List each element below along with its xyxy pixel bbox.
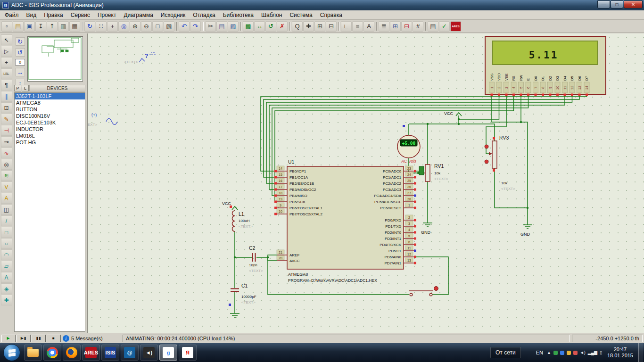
potentiometer-rv3[interactable]: RV3 10k <TEXT> [485, 135, 515, 191]
menu-item-Справка[interactable]: Справка [316, 11, 346, 19]
volume-tray-icon[interactable]: ◄) [580, 350, 586, 355]
packaging-tool-icon[interactable]: ⊞ [314, 21, 325, 32]
tape-recorder-mode-icon[interactable]: ◎ [1, 159, 12, 170]
pause-button[interactable]: ▮▮ [32, 335, 46, 342]
virtual-instruments-mode-icon[interactable]: ◫ [1, 204, 12, 215]
open-design-icon[interactable]: ▤ [13, 21, 24, 32]
firefox-icon[interactable] [63, 345, 81, 361]
remove-sheet-icon[interactable]: ⊟ [401, 21, 412, 32]
step-button[interactable]: ▶▮ [17, 335, 31, 342]
print-icon[interactable]: ▥ [58, 21, 69, 32]
device-item[interactable]: INDUCTOR [15, 126, 85, 132]
menu-item-Исходник[interactable]: Исходник [157, 11, 189, 19]
rotate-clockwise-button[interactable]: ↻ [16, 37, 25, 46]
rotation-angle-input[interactable]: 0 [15, 59, 25, 66]
ares-app-icon[interactable]: ARES [82, 345, 100, 361]
import-section-icon[interactable]: ↧ [35, 21, 46, 32]
isis-app-icon[interactable]: ISIS [101, 345, 119, 361]
selection-mode-icon[interactable]: ↖ [1, 34, 12, 45]
wire-label-mode-icon[interactable]: LBL [1, 68, 12, 79]
design-explorer-icon[interactable]: ≣ [379, 21, 389, 32]
power-status-label[interactable]: От сети [490, 347, 521, 358]
play-button[interactable]: ▶ [1, 335, 16, 342]
overview-pane[interactable] [27, 36, 83, 82]
menu-item-Правка[interactable]: Правка [40, 11, 67, 19]
show-desktop-button[interactable] [638, 343, 643, 362]
mail-icon[interactable]: @ [121, 345, 139, 361]
zoom-out-icon[interactable]: ⊖ [141, 21, 152, 32]
menu-item-Отладка[interactable]: Отладка [189, 11, 219, 19]
minimize-button[interactable]: — [597, 0, 610, 8]
hidden-icons-icon[interactable]: ▲ [547, 350, 551, 355]
google-icon[interactable]: g [159, 345, 177, 361]
device-item[interactable]: BUTTON [15, 106, 85, 113]
capacitor-c2[interactable]: C2 100n <TEXT> [249, 245, 263, 273]
graph-mode-icon[interactable]: ∿ [1, 148, 12, 158]
center-at-cursor-icon[interactable]: ◎ [118, 21, 129, 32]
2d-markers-mode-icon[interactable]: ✚ [1, 295, 12, 305]
library-button[interactable]: L [22, 85, 29, 91]
zoom-all-icon[interactable]: □ [152, 21, 163, 32]
alert-tray-icon[interactable] [573, 351, 578, 355]
goto-sheet-icon[interactable]: # [413, 21, 423, 32]
block-move-icon[interactable]: ↔ [254, 21, 265, 32]
junction-dot-mode-icon[interactable]: + [1, 57, 12, 68]
save-design-icon[interactable]: ▣ [24, 21, 35, 32]
network-tray-icon[interactable]: ▂▄▆ [588, 350, 597, 355]
power-tray-icon[interactable]: ▯ [600, 350, 602, 355]
mirror-horizontal-button[interactable]: ↔ [16, 68, 25, 76]
title-bar[interactable]: IS ADC - ISIS Professional (Анимация) — … [0, 0, 644, 10]
block-copy-icon[interactable]: ▩ [243, 21, 254, 32]
2d-path-mode-icon[interactable]: ▱ [1, 261, 12, 272]
start-button[interactable] [3, 344, 20, 361]
zoom-area-icon[interactable]: ▧ [164, 21, 174, 32]
netlist-to-ares-icon[interactable]: ARES [450, 21, 461, 32]
make-device-icon[interactable]: ✚ [303, 21, 314, 32]
menu-item-Сервис[interactable]: Сервис [67, 11, 94, 19]
rv3-increase-button[interactable] [485, 145, 488, 148]
voltage-probe-mode-icon[interactable]: V [1, 181, 12, 192]
subcircuit-mode-icon[interactable]: ⊡ [1, 102, 12, 113]
property-assignment-icon[interactable]: A [363, 21, 374, 32]
block-delete-icon[interactable]: ✗ [277, 21, 288, 32]
sync-tray-icon[interactable] [560, 351, 564, 355]
component-mode-icon[interactable]: ▷ [1, 46, 12, 57]
generator-mode-icon[interactable]: ≋ [1, 170, 12, 181]
device-item[interactable]: DISC100N16V [15, 113, 85, 119]
pick-device-icon[interactable]: Q [292, 21, 303, 32]
undo-icon[interactable]: ↶ [179, 21, 190, 32]
yandex-icon[interactable]: Я [179, 345, 197, 361]
device-item[interactable]: ECJ-0EB1E103K [15, 119, 85, 126]
device-pins-mode-icon[interactable]: ⊸ [1, 136, 12, 147]
close-button[interactable]: ✕ [624, 0, 643, 8]
2d-arc-mode-icon[interactable]: ◠ [1, 249, 12, 260]
chrome-icon[interactable] [43, 345, 61, 361]
wire-autorouter-icon[interactable]: ∟ [341, 21, 352, 32]
2d-circle-mode-icon[interactable]: ○ [1, 238, 12, 249]
2d-box-mode-icon[interactable]: □ [1, 227, 12, 238]
copy-icon[interactable]: ▤ [216, 21, 227, 32]
zoom-in-icon[interactable]: ⊕ [130, 21, 140, 32]
export-section-icon[interactable]: ↥ [47, 21, 58, 32]
update-tray-icon[interactable] [567, 351, 571, 355]
stop-button[interactable]: ■ [47, 335, 61, 342]
maximize-button[interactable]: □ [611, 0, 623, 8]
menu-item-Вид[interactable]: Вид [23, 11, 41, 19]
device-item[interactable]: ATMEGA8 [15, 99, 85, 106]
menu-item-Проект[interactable]: Проект [94, 11, 120, 19]
message-count[interactable]: 5 Message(s) [71, 336, 121, 341]
text-script-mode-icon[interactable]: ¶ [1, 80, 12, 90]
current-probe-mode-icon[interactable]: A [1, 193, 12, 204]
new-design-icon[interactable]: ▫ [1, 21, 12, 32]
explorer-icon[interactable] [24, 345, 42, 361]
device-item[interactable]: LM016L [15, 132, 85, 139]
new-sheet-icon[interactable]: ⊞ [390, 21, 401, 32]
decompose-icon[interactable]: ⊟ [326, 21, 337, 32]
menu-item-Шаблон[interactable]: Шаблон [257, 11, 286, 19]
terminals-mode-icon[interactable]: ⊣ [1, 125, 12, 136]
2d-symbol-mode-icon[interactable]: ◈ [1, 283, 12, 294]
rv3-decrease-button[interactable] [485, 160, 488, 164]
volume-icon[interactable]: ◄) [140, 345, 158, 361]
search-tag-icon[interactable]: ≡ [352, 21, 363, 32]
menu-item-Библиотека[interactable]: Библиотека [219, 11, 257, 19]
